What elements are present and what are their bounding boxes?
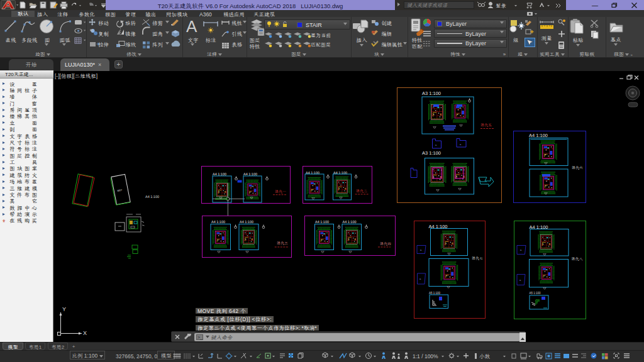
svg-text:1:1 / 100%: 1:1 / 100% [413,353,438,359]
svg-text:A4 1:100: A4 1:100 [240,219,253,224]
svg-text:a: a [460,143,462,146]
svg-text:进代五: 进代五 [480,123,492,128]
svg-text:进代四: 进代四 [380,241,391,246]
svg-text:a: a [435,143,437,146]
svg-text:进代三: 进代三 [277,241,288,246]
svg-text:a: a [519,278,521,282]
svg-text:进代八: 进代八 [572,256,583,261]
svg-text:A5 1:100: A5 1:100 [429,291,441,295]
svg-text:A4 1:100: A4 1:100 [211,219,225,224]
svg-text:A3 1:100: A3 1:100 [422,150,441,156]
svg-text:a: a [420,248,422,251]
svg-text:A4 1:100: A4 1:100 [529,132,548,138]
svg-text:进代六: 进代六 [572,165,583,170]
svg-text:X: X [83,329,87,337]
svg-text:进代一: 进代一 [275,189,286,194]
svg-text:A4 1:100: A4 1:100 [315,219,329,224]
svg-text:A5 1:100: A5 1:100 [530,291,541,295]
svg-text:[-][俯视][二维线框]: [-][俯视][二维线框] [55,72,97,79]
svg-text:A4 1:100: A4 1:100 [145,194,159,199]
svg-text:M07: M07 [117,189,123,193]
svg-text:登录: 登录 [496,2,506,9]
svg-text:a: a [520,248,522,251]
svg-text:进代二: 进代二 [356,189,367,194]
svg-text:Y: Y [62,305,66,313]
svg-text:小数: 小数 [479,353,491,359]
svg-text:A4 1:100: A4 1:100 [243,172,257,177]
svg-text:A3 1:100: A3 1:100 [422,90,441,96]
svg-text:A4 1:100: A4 1:100 [213,172,226,177]
svg-text:a: a [419,277,421,280]
svg-text:进代七: 进代七 [472,256,483,261]
svg-text:A4 1:100: A4 1:100 [343,219,357,224]
